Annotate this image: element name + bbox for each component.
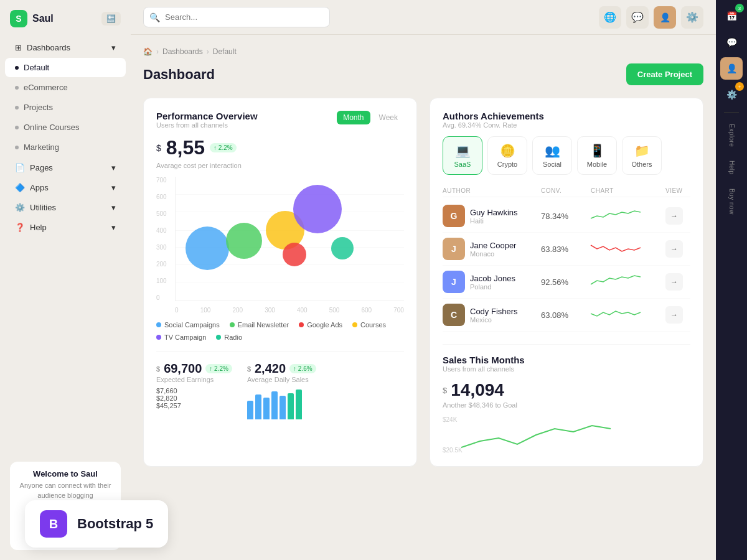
bubble-chart: 7006005004003002001000 <box>156 177 404 314</box>
sidebar-item-default[interactable]: Default <box>5 58 126 77</box>
app-name: Saul <box>32 13 54 24</box>
create-project-button[interactable]: Create Project <box>626 63 703 85</box>
cat-tab-others[interactable]: 📁 Others <box>622 136 662 175</box>
metric-value-group: $ 8,55 ↑ 2.2% <box>156 136 404 159</box>
sidebar-item-projects[interactable]: Projects <box>5 98 126 117</box>
home-icon[interactable]: 🏠 <box>143 47 153 56</box>
perf-header: Performance Overview Users from all chan… <box>156 111 404 129</box>
sidebar-item-pages[interactable]: 📄 Pages ▾ <box>5 158 126 177</box>
sales-months-title: Sales This Months <box>443 355 690 365</box>
chart-4 <box>591 306 665 324</box>
help-action[interactable]: Help <box>726 156 738 180</box>
author-details-1: Guy Hawkins Haiti <box>470 208 518 225</box>
cat-tab-mobile[interactable]: 📱 Mobile <box>577 136 617 175</box>
breadcrumb-current: Default <box>213 47 237 56</box>
y-axis: 7006005004003002001000 <box>156 177 167 301</box>
author-details-3: Jacob Jones Poland <box>470 274 515 291</box>
sidebar-item-marketing[interactable]: Marketing <box>5 138 126 157</box>
tab-month[interactable]: Month <box>337 111 370 124</box>
saas-label: SaaS <box>454 161 471 168</box>
legend-dot-email <box>230 322 235 327</box>
sidebar-item-ecommerce[interactable]: eCommerce <box>5 78 126 97</box>
search-input[interactable] <box>143 7 330 27</box>
avatar-letter: 👤 <box>726 63 737 73</box>
legend-google: Google Ads <box>299 321 342 329</box>
others-icon: 📁 <box>634 143 650 158</box>
bar-6 <box>288 393 294 419</box>
col-author: AUTHOR <box>443 187 541 194</box>
cat-tab-social[interactable]: 👥 Social <box>532 136 572 175</box>
cat-tab-crypto[interactable]: 🪙 Crypto <box>487 136 527 175</box>
avatar[interactable]: 👤 <box>654 6 676 29</box>
pages-icon: 📄 <box>15 163 25 172</box>
chart-2 <box>591 240 665 258</box>
bar-7 <box>296 390 302 419</box>
back-button[interactable]: 🔙 <box>101 12 121 26</box>
conv-rate-3: 92.56% <box>541 278 591 287</box>
perf-title: Performance Overview <box>156 111 258 121</box>
authors-card: Authors Achievements Avg. 69.34% Conv. R… <box>430 98 703 467</box>
sales-dollar: $ <box>247 365 251 373</box>
sales-line-chart <box>461 416 709 454</box>
sidebar-item-utilities[interactable]: ⚙️ Utilities ▾ <box>5 198 126 217</box>
main-area: 🔍 🌐 💬 👤 ⚙️ 🏠 › Dashboards › Default Dash… <box>131 0 716 560</box>
bubble-radio <box>331 237 354 259</box>
bootstrap-icon: B <box>40 510 67 538</box>
bar-5 <box>280 396 286 419</box>
view-btn-4[interactable]: → <box>665 306 683 324</box>
right-sidebar: 📅 3 💬 👤 ⚙️ + Explore Help Buy now <box>716 0 747 560</box>
metric-dollar: $ <box>156 143 161 153</box>
sidebar-item-dashboards[interactable]: ⊞ Dashboards ▾ <box>5 38 126 57</box>
view-btn-1[interactable]: → <box>665 207 683 225</box>
mobile-label: Mobile <box>587 161 607 168</box>
bubble-email <box>226 223 262 259</box>
cat-tab-saas[interactable]: 💻 SaaS <box>443 136 482 175</box>
chevron-down-icon: ▾ <box>111 203 116 212</box>
table-row: J Jacob Jones Poland 92.56% <box>443 266 690 299</box>
earnings-value-row: $ 69,700 ↑ 2.2% <box>156 362 232 376</box>
buy-action[interactable]: Buy now <box>726 184 738 220</box>
chevron-down-icon: ▾ <box>111 183 116 192</box>
saas-icon: 💻 <box>455 143 471 158</box>
dot-icon <box>15 86 19 90</box>
dashboard-icon: ⊞ <box>15 43 22 52</box>
grid-button[interactable]: ⚙️ <box>681 6 703 29</box>
author-info-2: J Jane Cooper Monaco <box>443 238 541 260</box>
metric-num: 8,55 <box>166 136 205 159</box>
nav-courses-label: Online Courses <box>24 123 80 132</box>
apps-icon: 🔷 <box>15 183 25 192</box>
view-btn-2[interactable]: → <box>665 240 683 258</box>
legend-courses: Courses <box>352 321 386 329</box>
author-details-2: Jane Cooper Monaco <box>470 241 516 258</box>
sidebar-utilities-label: Utilities <box>30 203 56 212</box>
legend-radio: Radio <box>216 334 242 341</box>
tab-group: Month Week <box>337 111 404 124</box>
settings-button[interactable]: ⚙️ + <box>720 83 743 106</box>
view-btn-3[interactable]: → <box>665 273 683 291</box>
x-axis: 0100200300400500600700 <box>175 307 404 314</box>
authors-header: Authors Achievements Avg. 69.34% Conv. R… <box>443 111 690 129</box>
perf-subtitle: Users from all channels <box>156 121 258 129</box>
sales-label: Average Daily Sales <box>247 376 316 383</box>
earnings-label: Expected Earnings <box>156 376 232 383</box>
authors-table: AUTHOR CONV. CHART VIEW G Guy Hawkins <box>443 185 690 332</box>
col-conv: CONV. <box>541 187 591 194</box>
breadcrumb-dashboards[interactable]: Dashboards <box>162 47 203 56</box>
avatar-cody: C <box>443 304 465 326</box>
explore-action[interactable]: Explore <box>726 119 738 152</box>
mobile-icon: 📱 <box>590 143 605 158</box>
page-title: Dashboard <box>143 67 215 83</box>
messages-button[interactable]: 💬 <box>626 6 649 29</box>
legend-email: Email Newsletter <box>230 321 289 329</box>
chat-button[interactable]: 💬 <box>720 31 743 54</box>
sidebar-item-online-courses[interactable]: Online Courses <box>5 118 126 137</box>
sales-amount-row: $ 14,094 <box>443 380 690 400</box>
tab-week[interactable]: Week <box>373 111 404 124</box>
topbar-right: 🌐 💬 👤 ⚙️ <box>599 6 703 29</box>
user-avatar[interactable]: 👤 <box>720 57 743 80</box>
notifications-button[interactable]: 🌐 <box>599 6 621 29</box>
sidebar-item-apps[interactable]: 🔷 Apps ▾ <box>5 178 126 197</box>
sidebar-item-help[interactable]: ❓ Help ▾ <box>5 218 126 237</box>
table-header: AUTHOR CONV. CHART VIEW <box>443 185 690 197</box>
dashboard-grid: Performance Overview Users from all chan… <box>143 98 703 467</box>
